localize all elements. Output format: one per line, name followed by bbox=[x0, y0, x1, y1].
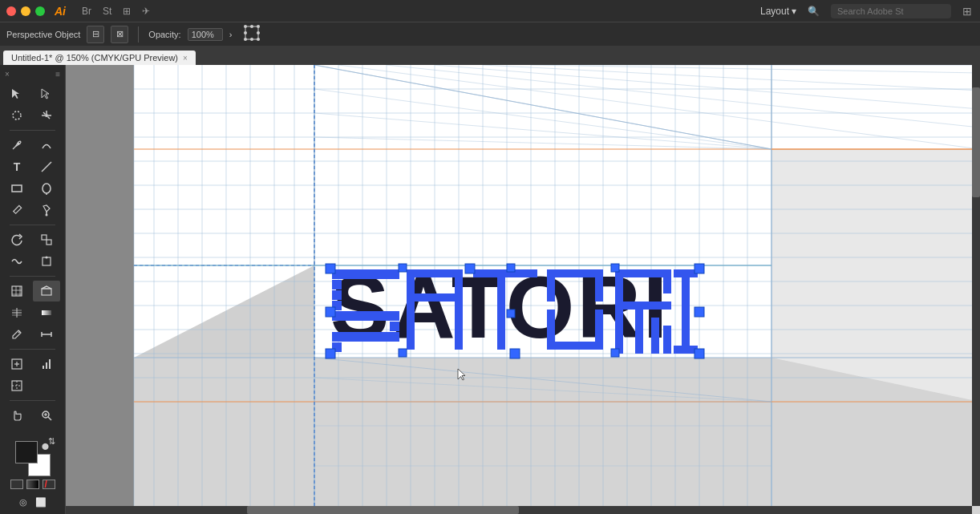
perspective-grid-tool[interactable] bbox=[3, 281, 30, 302]
gradient-box[interactable] bbox=[26, 480, 39, 489]
stock-icon[interactable]: St bbox=[103, 6, 111, 17]
warp-tool[interactable] bbox=[3, 251, 30, 272]
screen-mode-btn[interactable]: ⬜ bbox=[35, 497, 47, 508]
layout-button[interactable]: Layout ▾ bbox=[760, 6, 796, 17]
svg-rect-135 bbox=[390, 269, 399, 279]
svg-line-14 bbox=[48, 117, 51, 119]
svg-rect-216 bbox=[651, 318, 659, 354]
svg-point-7 bbox=[250, 38, 253, 41]
draw-mode-btn[interactable]: ◎ bbox=[19, 497, 27, 508]
svg-point-19 bbox=[43, 184, 51, 193]
svg-rect-209 bbox=[547, 342, 603, 350]
type-tool[interactable]: T bbox=[3, 156, 30, 177]
titlebar: Ai Br St ⊞ ✈ Layout ▾ 🔍 ⊞ bbox=[0, 0, 980, 22]
vertical-scrollbar[interactable] bbox=[972, 65, 980, 506]
canvas-area[interactable]: SATORI bbox=[66, 65, 980, 514]
pencil-tool[interactable] bbox=[3, 200, 30, 221]
stroke-box[interactable] bbox=[10, 480, 23, 489]
svg-rect-177 bbox=[407, 318, 415, 326]
color-swap-icon[interactable]: ⇅ bbox=[48, 436, 55, 447]
panel-close-icon[interactable]: × bbox=[5, 70, 10, 79]
place-tool[interactable] bbox=[3, 354, 30, 374]
line-tool[interactable] bbox=[33, 156, 60, 177]
horizontal-scrollbar-thumb[interactable] bbox=[247, 506, 519, 514]
svg-point-5 bbox=[257, 31, 260, 34]
svg-rect-142 bbox=[361, 311, 371, 321]
broadcast-icon[interactable]: ✈ bbox=[142, 6, 150, 17]
svg-line-56 bbox=[48, 417, 51, 420]
perspective-icon-2[interactable]: ⊠ bbox=[111, 26, 128, 43]
rotate-tool[interactable] bbox=[3, 229, 30, 250]
expand-button[interactable]: › bbox=[229, 30, 233, 39]
svg-rect-196 bbox=[497, 302, 505, 310]
zoom-tool[interactable] bbox=[33, 405, 60, 426]
optionsbar: Perspective Object ⊟ ⊠ Opacity: › bbox=[0, 22, 980, 46]
scale-tool[interactable] bbox=[33, 229, 60, 250]
pen-tool[interactable] bbox=[3, 135, 30, 156]
svg-rect-157 bbox=[423, 269, 431, 277]
svg-rect-218 bbox=[682, 269, 690, 354]
perspective-icon-1[interactable]: ⊟ bbox=[87, 26, 104, 43]
svg-point-23 bbox=[46, 214, 48, 217]
blob-brush-tool[interactable] bbox=[33, 178, 60, 199]
transform-controls[interactable] bbox=[243, 24, 261, 45]
document-tab[interactable]: Untitled-1* @ 150% (CMYK/GPU Preview) × bbox=[3, 51, 196, 65]
bridge-icon[interactable]: Br bbox=[82, 6, 91, 17]
magic-wand-tool[interactable] bbox=[33, 105, 60, 126]
libraries-icon[interactable]: ⊞ bbox=[123, 6, 131, 17]
hand-tool[interactable] bbox=[3, 405, 30, 426]
selection-tool[interactable] bbox=[3, 83, 30, 104]
color-swatches[interactable]: ⬤ ⇅ bbox=[15, 441, 51, 476]
svg-rect-186 bbox=[481, 269, 489, 277]
arrange-icon[interactable]: ⊞ bbox=[962, 5, 972, 18]
tool-sep-2 bbox=[10, 225, 55, 225]
opacity-input[interactable] bbox=[188, 28, 223, 41]
svg-rect-204 bbox=[595, 269, 603, 302]
mesh-tool[interactable] bbox=[3, 302, 30, 323]
direct-selection-tool[interactable] bbox=[33, 83, 60, 104]
close-button[interactable] bbox=[6, 6, 16, 16]
svg-rect-213 bbox=[663, 269, 671, 293]
lasso-tool[interactable] bbox=[3, 105, 30, 126]
svg-rect-172 bbox=[455, 293, 463, 302]
svg-rect-217 bbox=[663, 326, 671, 354]
svg-rect-180 bbox=[455, 326, 463, 334]
vertical-scrollbar-thumb[interactable] bbox=[972, 87, 980, 198]
foreground-color-swatch[interactable] bbox=[15, 441, 38, 463]
svg-rect-188 bbox=[497, 269, 505, 277]
gradient-tool[interactable] bbox=[33, 302, 60, 323]
search-input[interactable] bbox=[831, 4, 951, 18]
svg-rect-228 bbox=[695, 349, 704, 358]
eyedropper-tool[interactable] bbox=[3, 324, 30, 345]
svg-point-6 bbox=[244, 38, 247, 41]
svg-rect-198 bbox=[497, 318, 505, 326]
svg-rect-174 bbox=[455, 302, 463, 310]
tools-bottom: ◎ ⬜ bbox=[0, 494, 65, 511]
svg-rect-233 bbox=[399, 349, 407, 357]
curvature-tool[interactable] bbox=[33, 135, 60, 156]
transform-icon bbox=[243, 24, 261, 42]
chart-tool[interactable] bbox=[33, 354, 60, 374]
rect-tool[interactable] bbox=[3, 178, 30, 199]
perspective-selection-tool[interactable] bbox=[33, 281, 60, 302]
svg-rect-191 bbox=[521, 269, 529, 277]
tab-close-button[interactable]: × bbox=[183, 54, 188, 63]
svg-marker-36 bbox=[42, 286, 51, 289]
svg-rect-166 bbox=[407, 293, 415, 302]
reshape-tool[interactable] bbox=[33, 251, 60, 272]
svg-rect-221 bbox=[326, 264, 335, 273]
slice-tool[interactable] bbox=[3, 375, 30, 396]
none-box[interactable] bbox=[43, 480, 55, 489]
svg-rect-158 bbox=[431, 269, 439, 277]
svg-rect-151 bbox=[351, 332, 361, 342]
app-logo: Ai bbox=[55, 5, 66, 18]
paintbucket-tool[interactable] bbox=[33, 200, 60, 221]
svg-rect-223 bbox=[695, 264, 704, 273]
tool-sep-1 bbox=[10, 130, 55, 131]
fullscreen-button[interactable] bbox=[35, 6, 45, 16]
svg-rect-227 bbox=[510, 349, 520, 358]
panel-expand-icon[interactable]: ≡ bbox=[55, 70, 60, 79]
horizontal-scrollbar[interactable] bbox=[66, 506, 972, 514]
minimize-button[interactable] bbox=[21, 6, 30, 16]
measure-tool[interactable] bbox=[33, 324, 60, 345]
